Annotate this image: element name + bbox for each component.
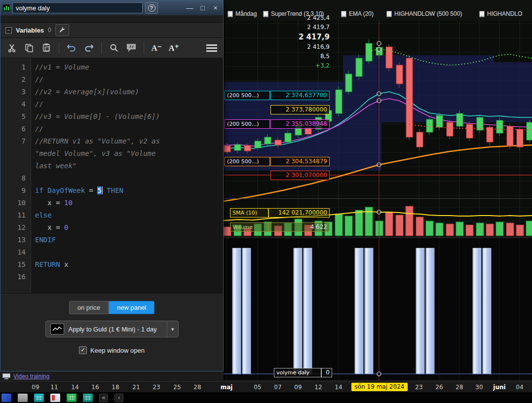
decrease-font-button[interactable]: A⁻ bbox=[150, 41, 163, 54]
increase-font-button[interactable]: A⁺ bbox=[167, 41, 180, 54]
indicator-toggle[interactable]: HIGHANDLOW (500 500) bbox=[386, 10, 462, 17]
candle-body bbox=[265, 137, 271, 144]
weekly-indicator-bar bbox=[473, 248, 481, 374]
candle-body bbox=[466, 124, 473, 138]
chart-icon bbox=[50, 324, 64, 334]
volume-bar bbox=[396, 215, 403, 236]
toolbar-separator bbox=[59, 42, 59, 54]
copy-button[interactable] bbox=[23, 41, 36, 54]
weekly-indicator-bar bbox=[232, 248, 241, 374]
code-editor[interactable]: 1234567 8910111213141516 //v1 = Volume//… bbox=[0, 58, 223, 293]
editor-toolbar: A⁻ A⁺ bbox=[0, 38, 223, 58]
document-icon[interactable] bbox=[50, 394, 60, 402]
apply-button[interactable]: Apply to Guld (1 € Mini) - 1 day ▾ bbox=[45, 321, 179, 337]
redo-button[interactable] bbox=[82, 41, 95, 54]
comment-bubble-icon bbox=[126, 43, 137, 53]
volume-bar bbox=[385, 212, 393, 236]
candle-body bbox=[224, 146, 230, 152]
volume-bar bbox=[224, 227, 231, 236]
crosshair-marker bbox=[377, 92, 381, 96]
x-axis-label: 28 bbox=[193, 384, 201, 391]
candle-body bbox=[447, 122, 453, 136]
video-icon bbox=[2, 373, 10, 379]
video-training-link[interactable]: Video training bbox=[13, 373, 49, 380]
indicator-toggle[interactable]: HIGHANDLO bbox=[479, 10, 522, 17]
chevron-down-icon[interactable]: ▾ bbox=[167, 321, 178, 337]
line-number: 12 bbox=[0, 221, 26, 234]
new-panel-button[interactable]: new panel bbox=[109, 301, 154, 314]
volume-bar bbox=[426, 221, 433, 236]
volume-bar bbox=[476, 223, 484, 236]
x-axis-label: 14 bbox=[71, 384, 78, 391]
chart-app-icon[interactable] bbox=[83, 394, 93, 402]
window-titlebar[interactable]: ? — □ × bbox=[0, 0, 223, 15]
volume-bar bbox=[304, 225, 312, 236]
selected-date-label: sön 19 maj 2024 bbox=[351, 383, 408, 391]
editor-footer: on price new panel Apply to Guld (1 € Mi… bbox=[0, 293, 223, 371]
line-number: 4 bbox=[0, 98, 26, 110]
volume-bar bbox=[506, 223, 514, 236]
volume-bar bbox=[486, 224, 494, 236]
indicator-name-input[interactable] bbox=[12, 2, 143, 13]
search-icon bbox=[109, 43, 119, 53]
candle-body bbox=[517, 129, 523, 147]
line-number: 6 bbox=[0, 123, 26, 135]
candle-body bbox=[275, 140, 281, 145]
x-axis-label: 18 bbox=[112, 384, 119, 391]
ohlc-value: 2 419,7 bbox=[224, 23, 330, 32]
code-line: x = 0 bbox=[35, 221, 223, 234]
paste-button[interactable] bbox=[40, 41, 53, 54]
indicator-icon bbox=[386, 11, 392, 17]
code-line: // bbox=[35, 73, 223, 86]
code-line bbox=[35, 246, 223, 258]
variables-title: Variables bbox=[16, 27, 44, 34]
clipboard-icon bbox=[41, 43, 51, 53]
redo-icon bbox=[83, 43, 94, 53]
spreadsheet-icon[interactable] bbox=[67, 394, 76, 402]
code-text[interactable]: //v1 = Volume////v2 = Average[x](volume)… bbox=[31, 58, 223, 293]
x-axis-label: 30 bbox=[475, 384, 483, 391]
line-number: 9 bbox=[0, 184, 26, 197]
app-icon-blue[interactable] bbox=[1, 394, 11, 402]
help-button[interactable]: ? bbox=[145, 2, 158, 14]
share-icon[interactable] bbox=[18, 394, 28, 402]
candle-body bbox=[417, 132, 423, 147]
comment-button[interactable] bbox=[125, 41, 138, 54]
indicator-icon bbox=[479, 11, 485, 17]
indicator-toggle[interactable]: EMA (20) bbox=[341, 10, 374, 17]
weekly-indicator-bar bbox=[483, 248, 491, 374]
calculator-icon[interactable] bbox=[34, 394, 44, 402]
search-button[interactable] bbox=[108, 41, 120, 54]
candle-body bbox=[396, 65, 403, 84]
variables-header: − Variables 0 bbox=[0, 22, 223, 38]
undo-button[interactable] bbox=[65, 41, 78, 54]
volume-bar bbox=[526, 221, 532, 236]
x-axis-label: 23 bbox=[152, 384, 160, 391]
candle-body bbox=[255, 141, 261, 148]
candle-body bbox=[366, 43, 372, 61]
candle-body bbox=[487, 127, 493, 142]
x-axis-label: 04 bbox=[516, 384, 523, 391]
on-price-button[interactable]: on price bbox=[69, 301, 109, 314]
x-axis-label: 11 bbox=[50, 384, 58, 391]
code-line: // bbox=[35, 123, 223, 135]
minimize-button[interactable]: — bbox=[185, 4, 195, 12]
chart-window[interactable]: MåndagSuperTrend (3,3 10)EMA (20)HIGHAND… bbox=[224, 0, 532, 381]
collapse-toggle[interactable]: − bbox=[5, 27, 12, 34]
volume-bar bbox=[416, 217, 423, 236]
cut-button[interactable] bbox=[5, 41, 18, 54]
maximize-button[interactable]: □ bbox=[197, 4, 208, 12]
candle-body bbox=[496, 120, 503, 133]
volume-bar bbox=[325, 222, 332, 236]
indicator-label: EMA (20) bbox=[349, 10, 374, 17]
variables-settings-button[interactable] bbox=[55, 24, 69, 36]
taskbar-collapse-button[interactable]: « bbox=[99, 394, 108, 402]
taskbar-back-button[interactable]: ‹ bbox=[114, 394, 123, 402]
line-numbers: 1234567 8910111213141516 bbox=[0, 58, 31, 293]
code-line: if DayOfWeek = 5 THEN bbox=[35, 184, 223, 197]
keep-window-open-checkbox[interactable]: ✓ bbox=[79, 346, 87, 354]
close-button[interactable]: × bbox=[210, 4, 221, 12]
menu-button[interactable] bbox=[205, 41, 218, 54]
line-number: 16 bbox=[0, 271, 26, 283]
undo-icon bbox=[66, 43, 77, 53]
